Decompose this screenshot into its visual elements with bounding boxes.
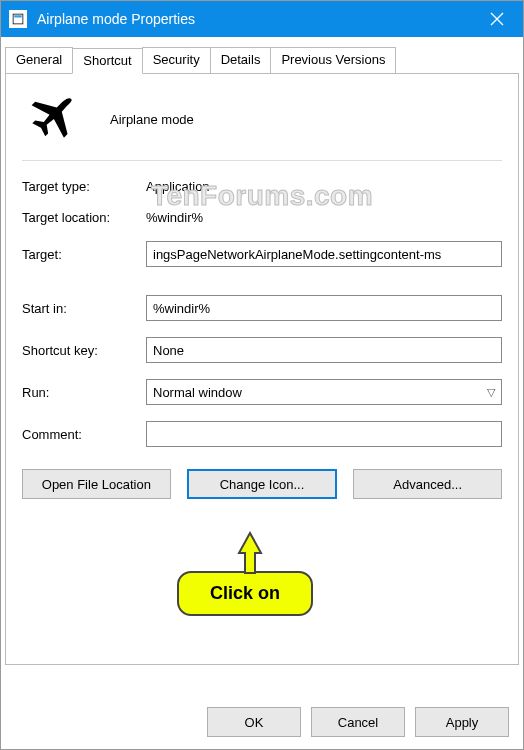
cancel-button[interactable]: Cancel — [311, 707, 405, 737]
callout-arrow-icon — [235, 531, 265, 575]
run-select-value: Normal window — [153, 385, 242, 400]
tab-previous-versions[interactable]: Previous Versions — [270, 47, 396, 73]
tab-strip: General Shortcut Security Details Previo… — [5, 47, 519, 73]
open-file-location-button[interactable]: Open File Location — [22, 469, 171, 499]
label-target-type: Target type: — [22, 179, 146, 194]
value-target-location: %windir% — [146, 210, 203, 225]
tab-details[interactable]: Details — [210, 47, 272, 73]
tab-general[interactable]: General — [5, 47, 73, 73]
callout-bubble: Click on — [177, 571, 313, 616]
tab-security[interactable]: Security — [142, 47, 211, 73]
run-select[interactable]: Normal window ▽ — [146, 379, 502, 405]
row-start-in: Start in: — [22, 295, 502, 321]
row-shortcut-key: Shortcut key: — [22, 337, 502, 363]
row-comment: Comment: — [22, 421, 502, 447]
label-target: Target: — [22, 247, 146, 262]
target-input[interactable] — [146, 241, 502, 267]
row-run: Run: Normal window ▽ — [22, 379, 502, 405]
label-shortcut-key: Shortcut key: — [22, 343, 146, 358]
shortcut-key-input[interactable] — [146, 337, 502, 363]
label-run: Run: — [22, 385, 146, 400]
label-target-location: Target location: — [22, 210, 146, 225]
advanced-button[interactable]: Advanced... — [353, 469, 502, 499]
window-title: Airplane mode Properties — [37, 11, 195, 27]
row-target-location: Target location: %windir% — [22, 210, 502, 225]
svg-rect-2 — [14, 15, 22, 17]
row-target: Target: — [22, 241, 502, 267]
titlebar: Airplane mode Properties — [1, 1, 523, 37]
start-in-input[interactable] — [146, 295, 502, 321]
tab-shortcut[interactable]: Shortcut — [72, 48, 142, 74]
label-comment: Comment: — [22, 427, 146, 442]
apply-button[interactable]: Apply — [415, 707, 509, 737]
shortcut-name: Airplane mode — [110, 112, 194, 127]
airplane-icon — [28, 96, 74, 142]
shortcut-header: Airplane mode — [22, 90, 502, 161]
dialog-footer: OK Cancel Apply — [207, 707, 509, 737]
label-start-in: Start in: — [22, 301, 146, 316]
change-icon-button[interactable]: Change Icon... — [187, 469, 338, 499]
svg-marker-3 — [239, 533, 261, 573]
comment-input[interactable] — [146, 421, 502, 447]
chevron-down-icon: ▽ — [487, 386, 495, 399]
window-icon — [9, 10, 27, 28]
action-button-row: Open File Location Change Icon... Advanc… — [22, 469, 502, 499]
value-target-type: Application — [146, 179, 210, 194]
row-target-type: Target type: Application — [22, 179, 502, 194]
ok-button[interactable]: OK — [207, 707, 301, 737]
callout: Click on — [177, 571, 313, 616]
close-button[interactable] — [475, 1, 519, 37]
